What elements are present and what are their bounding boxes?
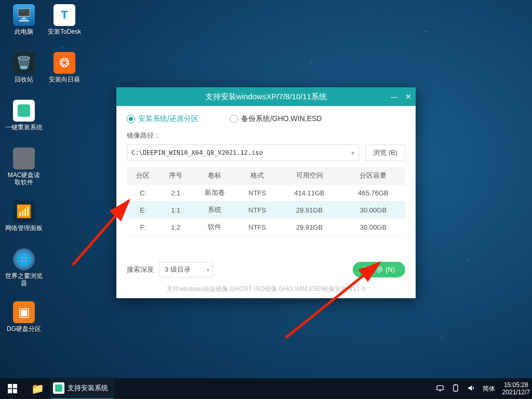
installer-window: 支持安装windowsXP/7/8/10/11系统 — ✕ 安装系统/还原分区 … xyxy=(116,87,416,298)
col-capacity: 分区容量 xyxy=(341,167,405,184)
svg-rect-6 xyxy=(437,385,443,390)
tray-date: 2021/12/7 xyxy=(502,389,530,396)
chevron-down-icon[interactable]: ▼ xyxy=(351,150,354,156)
icon-label: DG硬盘分区 xyxy=(5,325,43,332)
search-depth-label: 搜索深度 xyxy=(127,265,154,274)
taskbar-task-installer[interactable]: 支持安装系统 xyxy=(50,378,114,399)
apple-icon xyxy=(13,148,35,169)
desktop-icon-dg-partition[interactable]: ▣ DG硬盘分区 xyxy=(5,301,43,332)
col-index: 序号 xyxy=(159,167,192,184)
icon-label: 一键重装系统 xyxy=(5,124,43,131)
icon-label: 网络管理面板 xyxy=(5,224,43,232)
desktop: 🖥️ 此电脑 🗑️ 回收站 一键重装系统 MAC硬盘读 取软件 📶 网络管理面板… xyxy=(0,0,532,399)
reinstall-icon xyxy=(13,100,35,122)
desktop-icon-sunflower[interactable]: ❂ 安装向日葵 xyxy=(46,52,83,83)
desktop-icon-mac-disk[interactable]: MAC硬盘读 取软件 xyxy=(5,148,43,186)
desktop-icon-recycle-bin[interactable]: 🗑️ 回收站 xyxy=(5,52,43,83)
image-path-label: 镜像路径： xyxy=(127,131,405,140)
radio-dot-icon xyxy=(230,115,238,123)
table-row[interactable]: C: 2:1 新加卷 NTFS 414.11GB 465.76GB xyxy=(127,184,405,202)
icon-label: MAC硬盘读 取软件 xyxy=(5,171,43,186)
todesk-icon: T xyxy=(54,4,75,26)
browse-button[interactable]: 浏览 (B) xyxy=(365,144,405,161)
sunflower-icon: ❂ xyxy=(54,52,75,74)
file-explorer-button[interactable]: 📁 xyxy=(25,378,50,399)
svg-rect-8 xyxy=(454,385,458,391)
desktop-icon-this-pc[interactable]: 🖥️ 此电脑 xyxy=(5,4,43,35)
icon-label: 世界之窗浏览 器 xyxy=(5,272,43,287)
radio-dot-icon xyxy=(127,115,135,123)
col-volume: 卷标 xyxy=(192,167,237,184)
desktop-icon-todesk[interactable]: T 安装ToDesk xyxy=(46,4,83,35)
col-partition: 分区 xyxy=(127,167,159,184)
next-button[interactable]: 下一步 (N) xyxy=(353,262,405,277)
radio-install-restore[interactable]: 安装系统/还原分区 xyxy=(127,114,198,124)
folder-icon: 📁 xyxy=(31,382,44,395)
svg-rect-3 xyxy=(13,384,17,388)
icon-label: 回收站 xyxy=(5,76,43,83)
col-format: 格式 xyxy=(237,167,278,184)
tray-time: 15:05:28 xyxy=(502,381,530,389)
trash-icon: 🗑️ xyxy=(13,52,35,74)
monitor-icon: 🖥️ xyxy=(13,4,35,26)
table-row[interactable]: E: 1:1 系统 NTFS 29.91GB 30.00GB xyxy=(127,202,405,219)
svg-rect-7 xyxy=(439,390,441,391)
footer-text: 支持windows原版镜像,GHOST ISO镜像,GHO,WIM,ESD镜像安… xyxy=(127,285,405,294)
titlebar[interactable]: 支持安装windowsXP/7/8/10/11系统 — ✕ xyxy=(116,87,416,106)
system-tray: 简体 15:05:28 2021/12/7 xyxy=(436,381,532,396)
windows-icon xyxy=(8,384,17,393)
taskbar: 📁 支持安装系统 简体 15:05:28 2021/12/7 xyxy=(0,378,532,399)
globe-icon: 🌐 xyxy=(13,248,35,270)
partition-table: 分区 序号 卷标 格式 可用空间 分区容量 C: 2:1 新加卷 NTFS 41… xyxy=(127,167,405,236)
disk-icon: ▣ xyxy=(13,301,35,323)
desktop-icon-browser[interactable]: 🌐 世界之窗浏览 器 xyxy=(5,248,43,287)
desktop-icon-reinstall[interactable]: 一键重装系统 xyxy=(5,100,43,131)
search-depth-value: 3 级目录 xyxy=(165,265,191,274)
icon-label: 此电脑 xyxy=(5,28,43,35)
image-path-input[interactable]: C:\DEEPIN_WIN10_X64_Q8_V2021.12.iso ▼ xyxy=(127,144,359,161)
svg-rect-9 xyxy=(455,384,456,384)
network-icon: 📶 xyxy=(13,201,35,222)
tray-ime[interactable]: 简体 xyxy=(483,384,495,393)
start-button[interactable] xyxy=(0,378,25,399)
window-title: 支持安装windowsXP/7/8/10/11系统 xyxy=(205,92,327,102)
radio-label: 安装系统/还原分区 xyxy=(138,114,198,124)
icon-label: 安装ToDesk xyxy=(46,28,83,35)
tray-volume-icon[interactable] xyxy=(467,384,475,394)
svg-rect-5 xyxy=(13,389,17,393)
tray-monitor-icon[interactable] xyxy=(436,384,444,394)
image-path-value: C:\DEEPIN_WIN10_X64_Q8_V2021.12.iso xyxy=(131,149,263,156)
col-free: 可用空间 xyxy=(277,167,341,184)
radio-backup[interactable]: 备份系统/GHO,WIN,ESD xyxy=(230,114,322,124)
icon-label: 安装向日葵 xyxy=(46,76,83,83)
table-row[interactable]: F: 1:2 软件 NTFS 29.91GB 30.00GB xyxy=(127,219,405,236)
tray-battery-icon[interactable] xyxy=(451,384,460,394)
svg-rect-2 xyxy=(8,384,12,388)
minimize-button[interactable]: — xyxy=(391,92,398,101)
tray-clock[interactable]: 15:05:28 2021/12/7 xyxy=(502,381,530,396)
search-depth-select[interactable]: 3 级目录 xyxy=(159,262,213,277)
radio-label: 备份系统/GHO,WIN,ESD xyxy=(241,114,322,124)
desktop-icon-network-panel[interactable]: 📶 网络管理面板 xyxy=(5,201,43,232)
task-label: 支持安装系统 xyxy=(68,383,108,393)
task-app-icon xyxy=(53,382,64,394)
close-button[interactable]: ✕ xyxy=(405,92,411,101)
svg-rect-4 xyxy=(8,389,12,393)
